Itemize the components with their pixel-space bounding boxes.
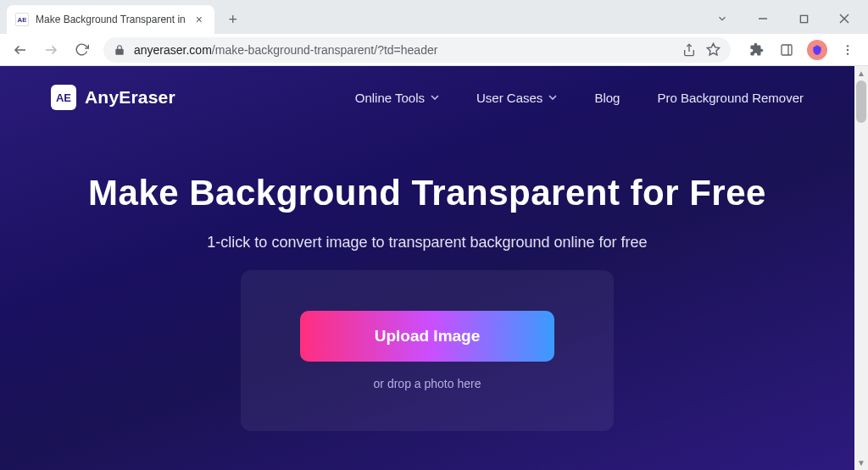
back-button[interactable] <box>7 36 34 64</box>
nav-label: Blog <box>594 91 620 105</box>
svg-point-10 <box>847 45 849 47</box>
window-controls <box>705 7 868 34</box>
main-nav: Online Tools User Cases Blog Pro Backgro… <box>355 91 804 105</box>
url-path: /make-background-transparent/?td=header <box>212 43 438 57</box>
viewport: AE AnyEraser Online Tools User Cases Blo… <box>0 66 868 470</box>
chevron-down-icon <box>431 95 439 100</box>
nav-label: Pro Background Remover <box>657 91 804 105</box>
scroll-down-arrow-icon[interactable]: ▼ <box>854 456 868 470</box>
lock-icon <box>114 44 125 56</box>
brand-name: AnyEraser <box>85 87 175 108</box>
svg-marker-7 <box>707 43 719 54</box>
chevron-down-icon <box>548 95 557 100</box>
svg-point-12 <box>847 53 849 54</box>
url-domain: anyeraser.com <box>134 43 212 57</box>
side-panel-icon[interactable] <box>773 36 800 64</box>
extensions-area <box>739 36 861 64</box>
vertical-scrollbar[interactable]: ▲ ▼ <box>854 66 868 470</box>
chevron-down-icon[interactable] <box>705 7 739 30</box>
close-tab-icon[interactable]: × <box>192 13 206 26</box>
nav-pro[interactable]: Pro Background Remover <box>657 91 804 105</box>
bookmark-star-icon[interactable] <box>706 42 721 57</box>
hero-subtitle: 1-click to convert image to transparent … <box>0 234 854 252</box>
upload-button[interactable]: Upload Image <box>300 311 554 362</box>
browser-toolbar: anyeraser.com/make-background-transparen… <box>0 34 868 66</box>
forward-button[interactable] <box>37 36 64 64</box>
hero-title: Make Background Transparent for Free <box>0 173 854 213</box>
svg-point-11 <box>847 48 849 50</box>
profile-avatar[interactable] <box>804 36 831 64</box>
svg-rect-1 <box>800 15 807 22</box>
nav-online-tools[interactable]: Online Tools <box>355 91 439 105</box>
drop-hint-text: or drop a photo here <box>374 377 481 390</box>
upload-dropzone[interactable]: Upload Image or drop a photo here <box>241 270 614 431</box>
share-icon[interactable] <box>682 43 696 57</box>
window-titlebar: AE Make Background Transparent in × + <box>0 0 868 34</box>
address-bar[interactable]: anyeraser.com/make-background-transparen… <box>103 37 731 63</box>
nav-user-cases[interactable]: User Cases <box>476 91 557 105</box>
tab-strip: AE Make Background Transparent in × + <box>0 5 245 34</box>
maximize-button[interactable] <box>787 7 821 30</box>
browser-tab[interactable]: AE Make Background Transparent in × <box>7 5 214 34</box>
svg-rect-8 <box>782 45 792 55</box>
tab-title: Make Background Transparent in <box>36 14 186 25</box>
nav-label: User Cases <box>476 91 542 105</box>
nav-label: Online Tools <box>355 91 425 105</box>
reload-button[interactable] <box>68 36 95 64</box>
new-tab-button[interactable]: + <box>221 8 245 31</box>
site-header: AE AnyEraser Online Tools User Cases Blo… <box>0 66 854 129</box>
kebab-menu-icon[interactable] <box>834 36 861 64</box>
nav-blog[interactable]: Blog <box>594 91 620 105</box>
page-content: AE AnyEraser Online Tools User Cases Blo… <box>0 66 854 470</box>
minimize-button[interactable] <box>746 7 780 30</box>
scroll-up-arrow-icon[interactable]: ▲ <box>854 66 868 80</box>
close-window-button[interactable] <box>827 7 861 30</box>
hero: Make Background Transparent for Free 1-c… <box>0 129 854 431</box>
tab-favicon: AE <box>15 13 29 26</box>
logo-icon: AE <box>51 85 76 110</box>
extensions-icon[interactable] <box>743 36 770 64</box>
omnibox-actions <box>682 42 721 57</box>
url-text: anyeraser.com/make-background-transparen… <box>134 43 674 57</box>
scrollbar-thumb[interactable] <box>856 80 866 123</box>
brand[interactable]: AE AnyEraser <box>51 85 175 110</box>
